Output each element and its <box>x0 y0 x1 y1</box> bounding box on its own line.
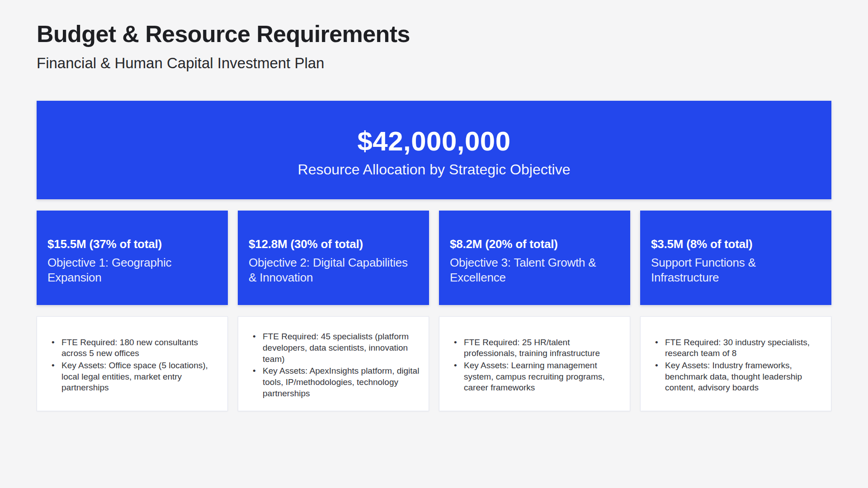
total-budget-value: $42,000,000 <box>357 126 510 157</box>
bullet-icon: • <box>253 366 256 377</box>
slide-content: Budget & Resource Requirements Financial… <box>0 0 868 411</box>
detail-item-text: FTE Required: 180 new consultants across… <box>61 338 198 358</box>
allocation-cards-row: $15.5M (37% of total) Objective 1: Geogr… <box>37 211 831 305</box>
bullet-icon: • <box>52 337 55 348</box>
detail-item-text: Key Assets: Office space (5 locations), … <box>61 361 208 392</box>
allocation-amount: $3.5M (8% of total) <box>651 237 821 251</box>
detail-item-fte: •FTE Required: 30 industry specialists, … <box>654 337 823 359</box>
bullet-icon: • <box>655 360 658 371</box>
bullet-icon: • <box>454 337 457 348</box>
detail-cards-row: •FTE Required: 180 new consultants acros… <box>37 316 831 411</box>
detail-card-objective-1: •FTE Required: 180 new consultants acros… <box>37 316 228 411</box>
total-budget-label: Resource Allocation by Strategic Objecti… <box>298 161 571 178</box>
page-subtitle: Financial & Human Capital Investment Pla… <box>37 54 831 72</box>
bullet-icon: • <box>454 360 457 371</box>
detail-item-fte: •FTE Required: 180 new consultants acros… <box>51 337 219 359</box>
detail-item-assets: •Key Assets: Industry frameworks, benchm… <box>654 360 823 394</box>
page-title: Budget & Resource Requirements <box>37 0 831 48</box>
detail-item-text: Key Assets: ApexInsights platform, digit… <box>263 366 419 398</box>
allocation-card-objective-3: $8.2M (20% of total) Objective 3: Talent… <box>439 211 630 305</box>
detail-item-text: Key Assets: Industry frameworks, benchma… <box>665 361 802 392</box>
detail-item-assets: •Key Assets: ApexInsights platform, digi… <box>252 366 420 399</box>
detail-item-assets: •Key Assets: Office space (5 locations),… <box>51 360 219 394</box>
detail-item-text: FTE Required: 30 industry specialists, r… <box>665 338 810 358</box>
allocation-amount: $15.5M (37% of total) <box>47 237 217 251</box>
allocation-card-objective-2: $12.8M (30% of total) Objective 2: Digit… <box>238 211 429 305</box>
detail-list: •FTE Required: 30 industry specialists, … <box>649 336 823 394</box>
detail-card-objective-3: •FTE Required: 25 HR/talent professional… <box>439 316 630 411</box>
detail-card-objective-2: •FTE Required: 45 specialists (platform … <box>238 316 429 411</box>
detail-list: •FTE Required: 25 HR/talent professional… <box>448 336 622 394</box>
detail-item-fte: •FTE Required: 45 specialists (platform … <box>252 331 420 365</box>
bullet-icon: • <box>655 337 658 348</box>
detail-list: •FTE Required: 180 new consultants acros… <box>45 336 219 394</box>
bullet-icon: • <box>52 360 55 371</box>
slide-canvas: Budget & Resource Requirements Financial… <box>0 0 868 488</box>
bullet-icon: • <box>253 331 256 343</box>
allocation-objective: Objective 1: Geographic Expansion <box>47 255 217 286</box>
detail-item-text: FTE Required: 25 HR/talent professionals… <box>464 338 600 358</box>
detail-list: •FTE Required: 45 specialists (platform … <box>246 330 420 400</box>
detail-item-text: Key Assets: Learning management system, … <box>464 361 605 392</box>
allocation-objective: Objective 3: Talent Growth & Excellence <box>450 255 619 286</box>
detail-card-support: •FTE Required: 30 industry specialists, … <box>640 316 831 411</box>
detail-item-fte: •FTE Required: 25 HR/talent professional… <box>453 337 622 359</box>
detail-item-assets: •Key Assets: Learning management system,… <box>453 360 622 394</box>
allocation-amount: $12.8M (30% of total) <box>249 237 418 251</box>
allocation-amount: $8.2M (20% of total) <box>450 237 619 251</box>
detail-item-text: FTE Required: 45 specialists (platform d… <box>263 332 409 363</box>
allocation-card-support: $3.5M (8% of total) Support Functions & … <box>640 211 831 305</box>
allocation-objective: Objective 2: Digital Capabilities & Inno… <box>249 255 418 286</box>
allocation-card-objective-1: $15.5M (37% of total) Objective 1: Geogr… <box>37 211 228 305</box>
total-budget-banner: $42,000,000 Resource Allocation by Strat… <box>37 101 831 199</box>
allocation-objective: Support Functions & Infrastructure <box>651 255 821 286</box>
